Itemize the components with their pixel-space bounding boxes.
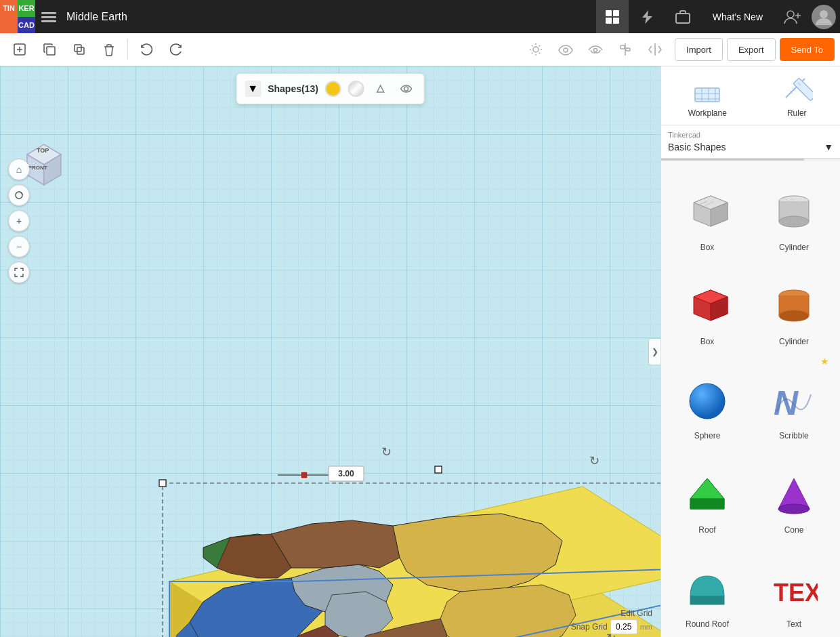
scribble-star: ★ bbox=[820, 356, 829, 367]
svg-text:FRONT: FRONT bbox=[28, 165, 47, 171]
sphere-blue-label: Sphere bbox=[694, 431, 721, 440]
svg-marker-99 bbox=[690, 499, 724, 509]
svg-rect-2 bbox=[41, 20, 56, 22]
logo-empty bbox=[0, 17, 18, 34]
cylinder-orange-icon bbox=[767, 280, 821, 334]
logo-ker: KER bbox=[18, 0, 35, 17]
svg-line-26 bbox=[539, 45, 540, 46]
copy-button[interactable] bbox=[35, 37, 64, 62]
box-red-label: Box bbox=[700, 337, 715, 346]
zoom-out-button[interactable]: − bbox=[8, 236, 30, 258]
logo-tin: TIN bbox=[0, 0, 18, 17]
snap-grid-input[interactable] bbox=[610, 619, 637, 634]
text-shape-label: Text bbox=[786, 619, 801, 629]
roof-green-icon bbox=[680, 468, 734, 522]
round-roof-icon bbox=[680, 562, 734, 617]
shape-panel-dropdown[interactable]: ▼ bbox=[245, 81, 261, 97]
new-button[interactable] bbox=[5, 37, 34, 62]
svg-text:TEXT: TEXT bbox=[774, 579, 818, 607]
toolbar-divider-1 bbox=[127, 39, 128, 60]
svg-point-82 bbox=[779, 216, 809, 227]
svg-rect-102 bbox=[690, 596, 724, 604]
view-controls: ⌂ + − bbox=[8, 73, 30, 283]
shapes-category: Tinkercad bbox=[668, 131, 833, 139]
mirror-icon[interactable] bbox=[642, 37, 668, 62]
top-navigation: TIN KER CAD Middle Earth bbox=[0, 0, 840, 33]
home-view-button[interactable]: ⌂ bbox=[8, 159, 30, 180]
shape-item-text[interactable]: TEXT Text bbox=[751, 540, 837, 634]
shape-count-label: Shapes(13) bbox=[268, 83, 318, 94]
hide-icon[interactable] bbox=[553, 37, 579, 62]
sphere-blue-icon bbox=[680, 374, 734, 428]
shape-item-cone-purple[interactable]: Cone bbox=[751, 446, 837, 540]
orbit-button[interactable] bbox=[8, 184, 30, 206]
zoom-in-button[interactable]: + bbox=[8, 210, 30, 232]
shape-item-sphere-blue[interactable]: Sphere bbox=[664, 352, 751, 446]
solid-color-swatch[interactable] bbox=[325, 81, 341, 97]
svg-point-101 bbox=[778, 504, 810, 514]
cone-purple-icon bbox=[767, 468, 821, 522]
shapes-dropdown-label: Basic Shapes bbox=[668, 142, 726, 152]
ruler-icon bbox=[780, 73, 813, 106]
cylinder-gray-icon bbox=[767, 186, 821, 240]
shape-item-scribble[interactable]: ★ N Scribble bbox=[751, 352, 837, 446]
svg-marker-98 bbox=[690, 478, 724, 499]
undo-button[interactable] bbox=[132, 37, 161, 62]
briefcase-icon[interactable] bbox=[667, 0, 699, 33]
tinkercad-logo[interactable]: TIN KER CAD bbox=[0, 0, 35, 33]
duplicate-button[interactable] bbox=[65, 37, 93, 62]
edit-grid-button[interactable]: Edit Grid bbox=[621, 609, 652, 618]
import-button[interactable]: Import bbox=[675, 38, 723, 61]
box-gray-label: Box bbox=[700, 243, 715, 252]
svg-point-27 bbox=[564, 48, 568, 52]
show-icon[interactable] bbox=[583, 37, 608, 62]
panel-collapse-arrow[interactable]: ❯ bbox=[648, 338, 660, 365]
svg-rect-3 bbox=[606, 10, 612, 16]
ruler-item[interactable]: Ruler bbox=[780, 73, 813, 118]
svg-rect-7 bbox=[676, 14, 690, 23]
svg-rect-30 bbox=[621, 45, 625, 49]
shape-item-roof-green[interactable]: Roof bbox=[664, 446, 751, 540]
visibility-button[interactable] bbox=[397, 79, 416, 98]
main-area: TOP FRONT ⌂ + − bbox=[0, 66, 840, 637]
whats-new-button[interactable]: What's New bbox=[702, 0, 774, 33]
svg-rect-15 bbox=[47, 47, 55, 55]
shape-item-cylinder-gray[interactable]: Cylinder bbox=[751, 163, 837, 258]
add-user-button[interactable] bbox=[776, 0, 809, 33]
material-button[interactable] bbox=[371, 79, 390, 98]
cylinder-orange-label: Cylinder bbox=[779, 337, 809, 346]
hammer-view-icon[interactable] bbox=[631, 0, 664, 33]
profile-avatar[interactable] bbox=[812, 5, 836, 29]
shape-item-cylinder-orange[interactable]: Cylinder bbox=[751, 258, 837, 352]
send-to-button[interactable]: Send To bbox=[780, 38, 835, 61]
fit-button[interactable] bbox=[8, 262, 30, 283]
shape-item-box-red[interactable]: Box bbox=[664, 258, 751, 352]
delete-button[interactable] bbox=[95, 37, 123, 62]
action-buttons: Import Export Send To bbox=[675, 38, 835, 61]
shapes-dropdown[interactable]: Basic Shapes ▼ bbox=[668, 142, 833, 152]
svg-rect-5 bbox=[606, 18, 612, 24]
export-button[interactable]: Export bbox=[727, 38, 776, 61]
hole-color-swatch[interactable] bbox=[348, 81, 364, 97]
svg-rect-16 bbox=[75, 45, 81, 52]
redo-button[interactable] bbox=[162, 37, 190, 62]
svg-rect-31 bbox=[626, 48, 630, 51]
round-roof-label: Round Roof bbox=[686, 619, 729, 629]
grid-view-icon[interactable] bbox=[596, 0, 629, 33]
canvas-area[interactable]: TOP FRONT ⌂ + − bbox=[0, 66, 660, 637]
workplane-item[interactable]: Workplane bbox=[688, 73, 727, 118]
svg-line-23 bbox=[532, 45, 532, 46]
svg-rect-47 bbox=[159, 480, 166, 487]
light-icon[interactable] bbox=[523, 37, 549, 62]
snap-grid-unit: mm bbox=[640, 623, 652, 631]
scribble-label: Scribble bbox=[779, 431, 808, 440]
logo-cad: CAD bbox=[18, 17, 35, 34]
svg-rect-0 bbox=[41, 12, 56, 14]
shape-info-panel: ▼ Shapes(13) bbox=[236, 73, 425, 104]
project-title: Middle Earth bbox=[66, 11, 127, 23]
align-icon[interactable] bbox=[612, 37, 638, 62]
shape-item-box-gray[interactable]: Box bbox=[664, 163, 751, 258]
shape-item-round-roof[interactable]: Round Roof bbox=[664, 540, 751, 634]
menu-icon[interactable] bbox=[35, 0, 62, 33]
svg-rect-17 bbox=[77, 47, 84, 54]
